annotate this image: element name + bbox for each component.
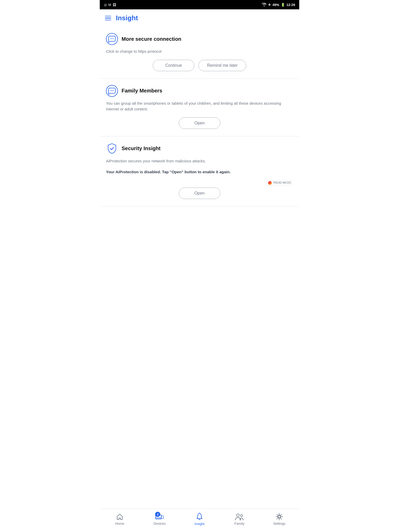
secure-connection-header: More secure connection xyxy=(106,33,293,45)
menu-button[interactable] xyxy=(105,16,111,21)
trend-micro-badge: TREND MICRO xyxy=(266,180,293,185)
time: 12:29 xyxy=(287,3,295,7)
status-left-icons: ◎ M 🖼 xyxy=(104,3,116,7)
svg-rect-10 xyxy=(161,516,163,518)
status-bar: ◎ M 🖼 ✈ 49% 🔋 12:29 xyxy=(100,0,299,9)
circle-icon: ◎ xyxy=(104,3,107,7)
svg-point-6 xyxy=(112,90,112,91)
family-members-header: Family Members xyxy=(106,85,293,97)
security-insight-section: Security Insight AiProtection secures yo… xyxy=(100,136,299,207)
page-title: Insight xyxy=(116,14,138,22)
nav-insight-label: Insight xyxy=(195,522,204,526)
trend-micro-logo: TREND MICRO xyxy=(106,180,293,185)
nav-settings[interactable]: Settings xyxy=(269,513,290,526)
svg-point-11 xyxy=(237,514,239,516)
security-insight-title: Security Insight xyxy=(122,145,161,151)
nav-devices[interactable]: 2 Devices xyxy=(149,513,170,526)
image-icon: 🖼 xyxy=(113,3,116,7)
nav-family-label: Family xyxy=(234,522,244,526)
chat-family-icon xyxy=(106,85,118,97)
security-insight-header: Security Insight xyxy=(106,143,293,155)
main-content: More secure connection Click to change t… xyxy=(100,27,299,532)
family-members-buttons: Open xyxy=(106,117,293,129)
family-members-section: Family Members You can group all the sma… xyxy=(100,79,299,136)
remind-later-button[interactable]: Remind me later xyxy=(198,60,246,71)
app-header: Insight xyxy=(100,9,299,27)
secure-connection-desc: Click to change to https protocol xyxy=(106,49,293,55)
shield-check-icon xyxy=(106,143,118,155)
svg-point-2 xyxy=(112,38,112,39)
bell-icon xyxy=(196,513,203,521)
nav-settings-label: Settings xyxy=(273,522,285,526)
svg-point-1 xyxy=(110,38,111,39)
svg-point-13 xyxy=(278,516,280,518)
trend-micro-label: TREND MICRO xyxy=(273,181,291,184)
family-members-title: Family Members xyxy=(122,88,162,94)
nav-home-label: Home xyxy=(115,522,124,526)
gmail-icon: M xyxy=(108,3,111,7)
family-icon xyxy=(234,513,245,521)
svg-point-5 xyxy=(110,90,111,91)
nav-home[interactable]: Home xyxy=(109,513,130,526)
continue-button[interactable]: Continue xyxy=(153,60,194,71)
devices-icon-wrapper: 2 xyxy=(155,513,164,521)
secure-connection-buttons: Continue Remind me later xyxy=(106,60,293,71)
security-open-button[interactable]: Open xyxy=(179,188,220,199)
security-insight-desc: AiProtection secures your network from m… xyxy=(106,158,293,164)
nav-insight[interactable]: Insight xyxy=(189,513,210,526)
battery-icon: 🔋 xyxy=(281,3,285,7)
status-right-icons: ✈ 49% 🔋 12:29 xyxy=(262,3,295,7)
svg-point-12 xyxy=(241,515,243,517)
home-icon xyxy=(116,513,124,521)
trend-dot xyxy=(268,181,272,185)
secure-connection-title: More secure connection xyxy=(122,36,181,42)
nav-devices-label: Devices xyxy=(154,522,165,526)
svg-point-3 xyxy=(113,38,114,39)
settings-icon xyxy=(275,513,283,521)
nav-family[interactable]: Family xyxy=(229,513,250,526)
secure-connection-section: More secure connection Click to change t… xyxy=(100,27,299,79)
chat-secure-icon xyxy=(106,33,118,45)
security-insight-warning: Your AiProtection is disabled. Tap "Open… xyxy=(106,169,293,175)
family-open-button[interactable]: Open xyxy=(179,117,220,129)
svg-point-7 xyxy=(113,90,114,91)
battery-percent: 49% xyxy=(272,3,279,7)
airplane-icon: ✈ xyxy=(268,3,271,7)
family-members-desc: You can group all the smartphones or tab… xyxy=(106,101,293,112)
security-insight-buttons: Open xyxy=(106,188,293,199)
bottom-navigation: Home 2 Devices Insight Family xyxy=(100,509,299,532)
wifi-icon xyxy=(262,3,267,6)
